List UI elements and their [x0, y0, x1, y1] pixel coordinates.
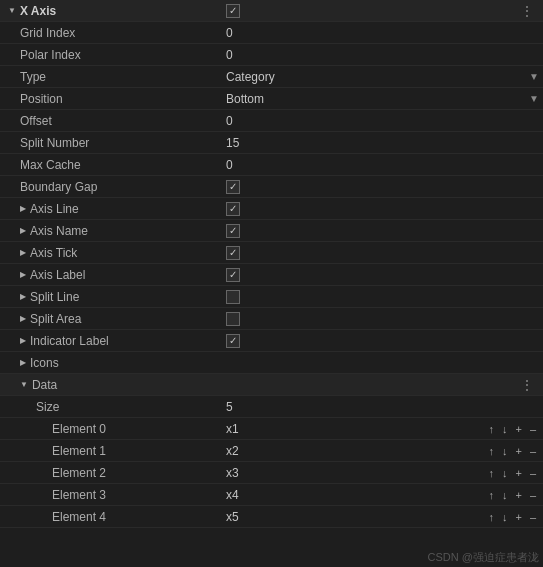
axis-label-label[interactable]: ▶ Axis Label	[0, 268, 220, 282]
element-up-2[interactable]: ↑	[485, 466, 497, 480]
icons-triangle: ▶	[20, 358, 26, 367]
element-down-1[interactable]: ↓	[499, 444, 511, 458]
split-line-label[interactable]: ▶ Split Line	[0, 290, 220, 304]
offset-value: 0	[220, 114, 543, 128]
data-triangle: ▼	[20, 380, 28, 389]
position-row: Position Bottom ▼	[0, 88, 543, 110]
axis-name-check-cell	[220, 224, 543, 238]
element-actions-2: ↑ ↓ + –	[483, 466, 543, 480]
data-text: Data	[32, 378, 57, 392]
element-row-1: Element 1 x2 ↑ ↓ + –	[0, 440, 543, 462]
position-value: Bottom	[226, 92, 264, 106]
data-section-header[interactable]: ▼ Data ⋮	[0, 374, 543, 396]
axis-name-checkbox[interactable]	[226, 224, 240, 238]
element-label-3: Element 3	[0, 488, 220, 502]
element-value-4: x5	[220, 510, 483, 524]
indicator-label-check-cell	[220, 334, 543, 348]
split-line-checkbox[interactable]	[226, 290, 240, 304]
size-value: 5	[220, 400, 543, 414]
icons-label[interactable]: ▶ Icons	[0, 356, 220, 370]
split-number-value: 15	[220, 136, 543, 150]
offset-label: Offset	[0, 114, 220, 128]
elements-container: Element 0 x1 ↑ ↓ + – Element 1 x2 ↑ ↓ + …	[0, 418, 543, 528]
axis-label-text: Axis Label	[30, 268, 85, 282]
axis-tick-label[interactable]: ▶ Axis Tick	[0, 246, 220, 260]
element-remove-0[interactable]: –	[527, 422, 539, 436]
size-label: Size	[0, 400, 220, 414]
axis-tick-text: Axis Tick	[30, 246, 77, 260]
element-actions-4: ↑ ↓ + –	[483, 510, 543, 524]
axis-line-check-cell	[220, 202, 543, 216]
indicator-label-label[interactable]: ▶ Indicator Label	[0, 334, 220, 348]
split-line-check-cell	[220, 290, 543, 304]
type-dropdown[interactable]: Category ▼	[220, 70, 543, 84]
split-area-checkbox[interactable]	[226, 312, 240, 326]
element-actions-1: ↑ ↓ + –	[483, 444, 543, 458]
element-add-2[interactable]: +	[512, 466, 524, 480]
indicator-label-checkbox[interactable]	[226, 334, 240, 348]
element-add-1[interactable]: +	[512, 444, 524, 458]
element-label-4: Element 4	[0, 510, 220, 524]
axis-tick-checkbox[interactable]	[226, 246, 240, 260]
axis-name-label[interactable]: ▶ Axis Name	[0, 224, 220, 238]
indicator-label-triangle: ▶	[20, 336, 26, 345]
element-up-0[interactable]: ↑	[485, 422, 497, 436]
position-dropdown-arrow: ▼	[529, 93, 539, 104]
boundary-gap-check-cell	[220, 180, 543, 194]
element-value-3: x4	[220, 488, 483, 502]
element-label-0: Element 0	[0, 422, 220, 436]
element-down-4[interactable]: ↓	[499, 510, 511, 524]
data-menu[interactable]: ⋮	[516, 377, 539, 393]
polar-index-row: Polar Index 0	[0, 44, 543, 66]
boundary-gap-checkbox[interactable]	[226, 180, 240, 194]
split-area-label[interactable]: ▶ Split Area	[0, 312, 220, 326]
indicator-label-text: Indicator Label	[30, 334, 109, 348]
offset-row: Offset 0	[0, 110, 543, 132]
element-up-3[interactable]: ↑	[485, 488, 497, 502]
axis-line-text: Axis Line	[30, 202, 79, 216]
xaxis-label: ▼ X Axis	[0, 4, 220, 18]
xaxis-menu[interactable]: ⋮	[516, 3, 539, 19]
split-area-text: Split Area	[30, 312, 81, 326]
max-cache-label: Max Cache	[0, 158, 220, 172]
grid-index-value: 0	[220, 26, 543, 40]
element-down-3[interactable]: ↓	[499, 488, 511, 502]
element-remove-1[interactable]: –	[527, 444, 539, 458]
position-dropdown[interactable]: Bottom ▼	[220, 92, 543, 106]
polar-index-label: Polar Index	[0, 48, 220, 62]
element-up-4[interactable]: ↑	[485, 510, 497, 524]
icons-text: Icons	[30, 356, 59, 370]
axis-label-check-cell	[220, 268, 543, 282]
indicator-label-row: ▶ Indicator Label	[0, 330, 543, 352]
axis-line-label[interactable]: ▶ Axis Line	[0, 202, 220, 216]
panel: ▼ X Axis ⋮ Grid Index 0 Polar Index 0 Ty…	[0, 0, 543, 528]
element-down-0[interactable]: ↓	[499, 422, 511, 436]
type-dropdown-arrow: ▼	[529, 71, 539, 82]
split-line-triangle: ▶	[20, 292, 26, 301]
element-add-0[interactable]: +	[512, 422, 524, 436]
element-remove-2[interactable]: –	[527, 466, 539, 480]
element-add-4[interactable]: +	[512, 510, 524, 524]
axis-line-checkbox[interactable]	[226, 202, 240, 216]
element-up-1[interactable]: ↑	[485, 444, 497, 458]
axis-label-checkbox[interactable]	[226, 268, 240, 282]
xaxis-checkbox[interactable]	[226, 4, 240, 18]
data-actions: ⋮	[483, 377, 543, 393]
element-actions-0: ↑ ↓ + –	[483, 422, 543, 436]
xaxis-header[interactable]: ▼ X Axis ⋮	[0, 0, 543, 22]
element-value-1: x2	[220, 444, 483, 458]
axis-label-row: ▶ Axis Label	[0, 264, 543, 286]
element-value-0: x1	[220, 422, 483, 436]
element-down-2[interactable]: ↓	[499, 466, 511, 480]
element-remove-3[interactable]: –	[527, 488, 539, 502]
xaxis-triangle: ▼	[8, 6, 16, 15]
element-label-2: Element 2	[0, 466, 220, 480]
element-add-3[interactable]: +	[512, 488, 524, 502]
type-row: Type Category ▼	[0, 66, 543, 88]
element-row-4: Element 4 x5 ↑ ↓ + –	[0, 506, 543, 528]
element-row-0: Element 0 x1 ↑ ↓ + –	[0, 418, 543, 440]
element-remove-4[interactable]: –	[527, 510, 539, 524]
type-label: Type	[0, 70, 220, 84]
axis-tick-triangle: ▶	[20, 248, 26, 257]
axis-name-triangle: ▶	[20, 226, 26, 235]
